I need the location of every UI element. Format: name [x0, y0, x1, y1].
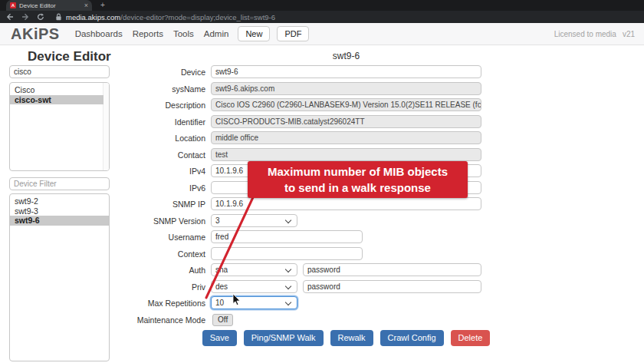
tab-title: Device Editor [19, 2, 81, 9]
context-field[interactable] [211, 247, 363, 260]
identifier-label: Identifier [77, 117, 205, 127]
form-row-location: Locationmiddle office [0, 131, 644, 145]
rewalk-button[interactable]: Rewalk [330, 330, 373, 346]
snmp-version-select-value: 3 [215, 216, 220, 225]
page-title: Device Editor [28, 49, 111, 64]
max-repetitions-label: Max Repetitions [77, 299, 205, 308]
browser-url-bar: media.akips.com/device-editor?mode=displ… [0, 11, 644, 23]
annotation-line1: Maximum number of MIB objects [248, 163, 468, 180]
snmp-version-select[interactable]: 3 [211, 214, 297, 227]
ipv6-label: IPv6 [77, 183, 205, 193]
back-icon[interactable] [6, 13, 14, 21]
nav-admin[interactable]: Admin [204, 29, 229, 38]
max-repetitions-select[interactable]: 10 [211, 296, 297, 309]
snmp-ip-field[interactable]: 10.1.9.6 [211, 197, 481, 210]
description-field: Cisco IOS C2960 (C2960-LANBASEK9-M) Vers… [211, 98, 481, 111]
app-header: AKiPS DashboardsReportsToolsAdmin New PD… [0, 23, 644, 45]
license-text: Licensed to mediav21 [554, 30, 635, 38]
ping-snmp-walk-button[interactable]: Ping/SNMP Walk [244, 330, 324, 346]
auth-select[interactable]: sha [211, 263, 297, 276]
snmp-ip-label: SNMP IP [77, 200, 205, 209]
snmp-version-label: SNMP Version [77, 216, 205, 226]
maintenance-mode-label: Maintenance Mode [77, 315, 205, 325]
form-row-priv: Privdespassword [0, 280, 644, 294]
forward-icon[interactable] [21, 13, 29, 21]
form-row-context: Context [0, 247, 644, 261]
username-label: Username [77, 233, 205, 242]
lock-icon[interactable] [55, 13, 62, 21]
browser-tab-bar: A Device Editor × + [0, 0, 644, 11]
device-label: Device [77, 68, 205, 77]
priv-password-field[interactable]: password [303, 280, 481, 293]
chevron-down-icon [285, 216, 291, 223]
nav-tools[interactable]: Tools [173, 29, 194, 38]
form-row-sysname: sysNameswt9-6.akips.com [0, 82, 644, 96]
form-row-description: DescriptionCisco IOS C2960 (C2960-LANBAS… [0, 98, 644, 112]
chevron-down-icon [285, 266, 291, 272]
form-row-device: Deviceswt9-6 [0, 65, 644, 79]
sysname-field: swt9-6.akips.com [211, 82, 481, 95]
annotation-line2: to send in a walk response [248, 180, 468, 196]
contact-field: test [211, 148, 481, 161]
new-tab-button[interactable]: + [97, 0, 108, 11]
form-row-maintenance-mode: Maintenance ModeOff [0, 313, 644, 327]
context-label: Context [77, 249, 205, 259]
browser-tab[interactable]: A Device Editor × [6, 0, 92, 11]
form-row-auth: Authshapassword [0, 263, 644, 277]
username-field[interactable]: fred [211, 230, 363, 243]
priv-label: Priv [77, 282, 205, 292]
maintenance-mode-toggle[interactable]: Off [212, 314, 233, 326]
pdf-button[interactable]: PDF [277, 26, 309, 41]
form-row-username: Usernamefred [0, 230, 644, 244]
location-label: Location [77, 134, 205, 143]
form-row-snmp-version: SNMP Version3 [0, 214, 644, 228]
akips-logo[interactable]: AKiPS [11, 25, 60, 43]
crawl-config-button[interactable]: Crawl Config [380, 330, 444, 346]
ipv4-label: IPv4 [77, 167, 205, 176]
delete-button[interactable]: Delete [451, 330, 491, 346]
form-row-contact: Contacttest [0, 148, 644, 162]
device-field[interactable]: swt9-6 [211, 65, 481, 78]
url-text[interactable]: media.akips.com/device-editor?mode=displ… [66, 13, 275, 21]
auth-select-value: sha [215, 266, 228, 274]
priv-select-value: des [215, 282, 228, 291]
form-action-buttons: SavePing/SNMP WalkRewalkCrawl ConfigDele… [211, 330, 481, 346]
chevron-down-icon [285, 299, 291, 305]
annotation-callout: Maximum number of MIB objects to send in… [248, 161, 468, 198]
nav-dashboards[interactable]: Dashboards [75, 29, 123, 38]
nav-reports[interactable]: Reports [133, 29, 163, 38]
sysname-label: sysName [77, 84, 205, 94]
description-label: Description [77, 101, 205, 110]
form-row-snmp-ip: SNMP IP10.1.9.6 [0, 197, 644, 211]
auth-label: Auth [77, 266, 205, 275]
priv-select[interactable]: des [211, 280, 297, 293]
location-field: middle office [211, 131, 481, 144]
reload-icon[interactable] [37, 13, 44, 21]
url-path: /device-editor?mode=display;device_list=… [120, 13, 275, 21]
contact-label: Contact [77, 150, 205, 160]
identifier-field: CISCO-PRODUCTS-MIB.catalyst296024TT [211, 115, 481, 128]
akips-favicon-icon: A [10, 2, 16, 8]
header-nav: DashboardsReportsToolsAdmin [75, 29, 229, 38]
save-button[interactable]: Save [202, 330, 237, 346]
max-repetitions-select-value: 10 [215, 299, 224, 307]
url-domain: media.akips.com [66, 13, 120, 21]
new-menu-button[interactable]: New [238, 26, 270, 41]
form-row-max-repetitions: Max Repetitions10 [0, 296, 644, 310]
tab-close-icon[interactable]: × [84, 0, 88, 11]
version-text: v21 [623, 30, 635, 38]
chevron-down-icon [285, 282, 291, 289]
form-row-identifier: IdentifierCISCO-PRODUCTS-MIB.catalyst296… [0, 115, 644, 129]
device-form-title: swt9-6 [211, 51, 481, 61]
auth-password-field[interactable]: password [303, 263, 481, 276]
